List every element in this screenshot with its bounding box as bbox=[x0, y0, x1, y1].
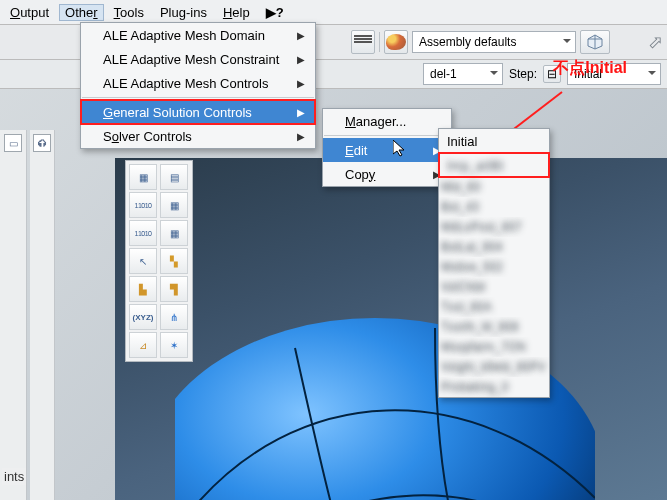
viewport-3d[interactable] bbox=[115, 158, 667, 500]
menu-plugins[interactable]: Plug-ins bbox=[154, 4, 213, 21]
assembly-defaults-combo[interactable]: Assembly defaults bbox=[412, 31, 576, 53]
palette-icon bbox=[386, 34, 406, 50]
step-item-9[interactable]: Tvorth_M_908 bbox=[439, 317, 549, 337]
tool-datum-1[interactable]: ⊿ bbox=[129, 332, 157, 358]
menu-general-solution-controls[interactable]: General Solution Controls▶ bbox=[81, 100, 315, 124]
annotation-text: 不点Initial bbox=[553, 58, 627, 79]
menu-ale-controls[interactable]: ALE Adaptive Mesh Controls▶ bbox=[81, 71, 315, 95]
tool-step-manager[interactable]: ▤ bbox=[160, 164, 188, 190]
step-item-4[interactable]: MdLoPost_807 bbox=[439, 217, 549, 237]
left-toolbar-2: ⮉ bbox=[30, 130, 55, 500]
tool-datum-2[interactable]: ✶ bbox=[160, 332, 188, 358]
cube-view-button[interactable] bbox=[580, 30, 610, 54]
tree-up-button[interactable]: ⮉ bbox=[33, 134, 51, 152]
menu-tools[interactable]: Tools bbox=[108, 4, 150, 21]
tool-triad[interactable]: ⋔ bbox=[160, 304, 188, 330]
svg-marker-4 bbox=[393, 140, 404, 156]
tool-history-output[interactable]: 11010 bbox=[129, 220, 157, 246]
gsc-edit[interactable]: Edit▶ bbox=[323, 138, 451, 162]
tool-brick-1[interactable]: ▙ bbox=[129, 276, 157, 302]
mouse-cursor-icon bbox=[393, 140, 407, 158]
step-item-5[interactable]: BotLat_904 bbox=[439, 237, 549, 257]
ints-label: ints bbox=[2, 468, 26, 485]
menu-other[interactable]: Other bbox=[59, 4, 104, 21]
step-item-11[interactable]: Voight_bfield_80PV bbox=[439, 357, 549, 377]
edit-step-list: Initial Imp_artBt Mid_60 Bot_43 MdLoPost… bbox=[438, 128, 550, 398]
menu-solver-controls[interactable]: Solver Controls▶ bbox=[81, 124, 315, 148]
tool-field-output[interactable]: 11010 bbox=[129, 192, 157, 218]
menu-help[interactable]: Help bbox=[217, 4, 256, 21]
tool-history-manager[interactable]: ▦ bbox=[160, 220, 188, 246]
step-item-6[interactable]: Motive_502 bbox=[439, 257, 549, 277]
step-item-8[interactable]: Tvol_80A bbox=[439, 297, 549, 317]
render-style-button[interactable] bbox=[351, 30, 375, 54]
tool-arrow[interactable]: ↖ bbox=[129, 248, 157, 274]
menu-ale-domain[interactable]: ALE Adaptive Mesh Domain▶ bbox=[81, 23, 315, 47]
gsc-manager[interactable]: Manager... bbox=[323, 109, 451, 133]
step-item-7[interactable]: VolChild bbox=[439, 277, 549, 297]
step-item-3[interactable]: Bot_43 bbox=[439, 197, 549, 217]
tool-l1[interactable]: ▭ bbox=[4, 134, 22, 152]
gsc-copy[interactable]: Copy▶ bbox=[323, 162, 451, 186]
step-item-initial[interactable]: Initial bbox=[439, 129, 549, 153]
select-arrow-icon[interactable]: ⬀ bbox=[648, 31, 663, 53]
step-item-2[interactable]: Mid_60 bbox=[439, 177, 549, 197]
step-item-12[interactable]: Probaking_0 bbox=[439, 377, 549, 397]
cube-icon bbox=[587, 34, 603, 50]
rail-icon bbox=[354, 35, 372, 49]
module-toolbox: ▦ ▤ 11010 ▦ 11010 ▦ ↖ ▚ ▙ ▜ (XYZ) ⋔ ⊿ ✶ bbox=[125, 160, 193, 362]
tool-field-manager[interactable]: ▦ bbox=[160, 192, 188, 218]
model-combo[interactable]: del-1 bbox=[423, 63, 503, 85]
step-item-1[interactable]: Imp_artBt bbox=[439, 153, 549, 177]
tool-brick-2[interactable]: ▜ bbox=[160, 276, 188, 302]
other-menu-dropdown: ALE Adaptive Mesh Domain▶ ALE Adaptive M… bbox=[80, 22, 316, 149]
step-label: Step: bbox=[509, 67, 537, 81]
gsc-submenu: Manager... Edit▶ Copy▶ bbox=[322, 108, 452, 187]
tool-xyz-label[interactable]: (XYZ) bbox=[129, 304, 157, 330]
step-item-10[interactable]: Msopfarm_7ON bbox=[439, 337, 549, 357]
left-toolbar: ▭ bbox=[0, 130, 27, 500]
tool-create-step[interactable]: ▦ bbox=[129, 164, 157, 190]
menu-output[interactable]: Output bbox=[4, 4, 55, 21]
color-palette-button[interactable] bbox=[384, 30, 408, 54]
tool-node[interactable]: ▚ bbox=[160, 248, 188, 274]
context-help-icon[interactable]: ▶? bbox=[260, 4, 290, 21]
menu-ale-constraint[interactable]: ALE Adaptive Mesh Constraint▶ bbox=[81, 47, 315, 71]
